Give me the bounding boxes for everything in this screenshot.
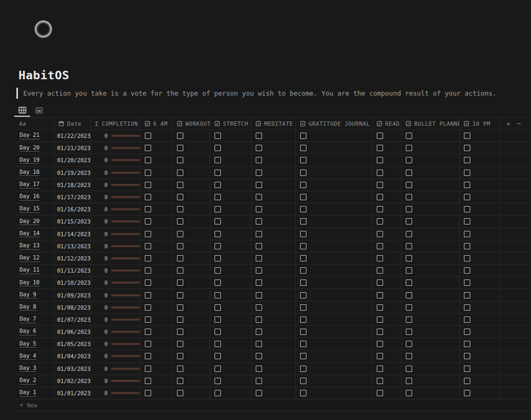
habit-checkbox[interactable] xyxy=(256,145,262,151)
habit-checkbox[interactable] xyxy=(215,182,221,188)
row-name-cell[interactable]: Day 1 xyxy=(15,387,54,399)
habit-checkbox[interactable] xyxy=(464,353,470,359)
habit-checkbox[interactable] xyxy=(177,170,183,176)
habit-checkbox[interactable] xyxy=(377,170,383,176)
row-date-cell[interactable]: 01/09/2023 xyxy=(54,289,91,301)
habit-checkbox[interactable] xyxy=(464,279,470,286)
row-date-cell[interactable]: 01/19/2023 xyxy=(54,167,91,179)
habit-checkbox[interactable] xyxy=(177,231,183,237)
habit-checkbox[interactable] xyxy=(300,366,306,372)
habit-checkbox[interactable] xyxy=(300,304,306,311)
habit-checkbox[interactable] xyxy=(215,206,221,212)
habit-checkbox[interactable] xyxy=(300,316,306,323)
habit-checkbox[interactable] xyxy=(145,231,151,237)
habit-checkbox[interactable] xyxy=(377,279,383,286)
habit-checkbox[interactable] xyxy=(145,304,151,311)
row-name-cell[interactable]: Day 20 xyxy=(15,142,54,154)
column-header-name[interactable]: Aa xyxy=(15,118,54,130)
row-name-cell[interactable]: Day 2 xyxy=(15,375,54,387)
habit-checkbox[interactable] xyxy=(377,316,383,323)
habit-checkbox[interactable] xyxy=(464,267,470,274)
row-date-cell[interactable]: 01/12/2023 xyxy=(54,253,91,265)
habit-checkbox[interactable] xyxy=(300,182,306,188)
habit-checkbox[interactable] xyxy=(464,145,470,151)
habit-checkbox[interactable] xyxy=(406,390,412,396)
row-name-cell[interactable]: Day 13 xyxy=(15,240,54,253)
habit-checkbox[interactable] xyxy=(256,366,262,372)
column-header-bullet-planner[interactable]: BULLET PLANNER xyxy=(402,118,460,130)
habit-checkbox[interactable] xyxy=(177,390,183,396)
habit-checkbox[interactable] xyxy=(300,194,306,200)
habit-checkbox[interactable] xyxy=(215,231,221,237)
row-date-cell[interactable]: 01/20/2023 xyxy=(54,154,91,166)
habit-checkbox[interactable] xyxy=(300,133,306,139)
habit-checkbox[interactable] xyxy=(300,279,306,286)
column-header-6am[interactable]: 6 AM xyxy=(141,118,173,130)
habit-checkbox[interactable] xyxy=(145,243,151,249)
habit-checkbox[interactable] xyxy=(145,292,151,298)
habit-checkbox[interactable] xyxy=(256,206,262,212)
habit-checkbox[interactable] xyxy=(377,145,383,151)
habit-checkbox[interactable] xyxy=(215,279,221,286)
habit-checkbox[interactable] xyxy=(177,267,183,274)
habit-checkbox[interactable] xyxy=(177,243,183,249)
habit-checkbox[interactable] xyxy=(377,390,383,396)
new-row-button[interactable]: + New xyxy=(15,399,531,412)
habit-checkbox[interactable] xyxy=(256,292,262,298)
row-name-cell[interactable]: Day 18 xyxy=(15,167,54,179)
habit-checkbox[interactable] xyxy=(177,279,183,286)
column-header-workout[interactable]: WORKOUT xyxy=(173,118,210,130)
habit-checkbox[interactable] xyxy=(177,133,183,139)
row-name-cell[interactable]: Day 4 xyxy=(15,350,54,362)
habit-checkbox[interactable] xyxy=(145,341,151,347)
habit-checkbox[interactable] xyxy=(464,304,470,311)
habit-checkbox[interactable] xyxy=(464,170,470,176)
habit-checkbox[interactable] xyxy=(377,341,383,347)
habit-checkbox[interactable] xyxy=(406,292,412,298)
row-date-cell[interactable]: 01/01/2023 xyxy=(54,387,91,399)
row-name-cell[interactable]: Day 11 xyxy=(15,265,54,277)
habit-checkbox[interactable] xyxy=(145,279,151,286)
habit-checkbox[interactable] xyxy=(377,255,383,262)
habit-checkbox[interactable] xyxy=(145,390,151,396)
habit-checkbox[interactable] xyxy=(177,157,183,163)
habit-checkbox[interactable] xyxy=(145,157,151,163)
habit-checkbox[interactable] xyxy=(256,170,262,176)
habit-checkbox[interactable] xyxy=(464,366,470,372)
habit-checkbox[interactable] xyxy=(406,316,412,323)
habit-checkbox[interactable] xyxy=(464,329,470,335)
habit-checkbox[interactable] xyxy=(215,390,221,396)
habit-checkbox[interactable] xyxy=(145,267,151,274)
row-name-cell[interactable]: Day 10 xyxy=(15,277,54,289)
habit-checkbox[interactable] xyxy=(377,378,383,384)
habit-checkbox[interactable] xyxy=(300,292,306,298)
habit-checkbox[interactable] xyxy=(177,366,183,372)
habit-checkbox[interactable] xyxy=(300,341,306,347)
row-name-cell[interactable]: Day 6 xyxy=(15,326,54,338)
habit-checkbox[interactable] xyxy=(145,170,151,176)
row-name-cell[interactable]: Day 3 xyxy=(15,363,54,375)
habit-checkbox[interactable] xyxy=(464,378,470,384)
row-date-cell[interactable]: 01/14/2023 xyxy=(54,228,91,240)
column-header-stretch[interactable]: STRETCH xyxy=(210,118,251,130)
habit-checkbox[interactable] xyxy=(406,194,412,200)
habit-checkbox[interactable] xyxy=(177,145,183,151)
habit-checkbox[interactable] xyxy=(256,243,262,249)
habit-checkbox[interactable] xyxy=(300,157,306,163)
habit-checkbox[interactable] xyxy=(177,378,183,384)
habit-checkbox[interactable] xyxy=(215,292,221,298)
habit-checkbox[interactable] xyxy=(406,157,412,163)
habit-checkbox[interactable] xyxy=(300,231,306,237)
habit-checkbox[interactable] xyxy=(377,366,383,372)
habit-checkbox[interactable] xyxy=(215,145,221,151)
habit-checkbox[interactable] xyxy=(177,255,183,262)
quote-text[interactable]: Every action you take is a vote for the … xyxy=(23,89,497,97)
column-header-10pm[interactable]: 10 PM xyxy=(460,118,501,130)
habit-checkbox[interactable] xyxy=(300,390,306,396)
tab-table-view[interactable] xyxy=(14,105,30,117)
habit-checkbox[interactable] xyxy=(464,255,470,262)
habit-checkbox[interactable] xyxy=(464,316,470,323)
habit-checkbox[interactable] xyxy=(377,304,383,311)
page-title[interactable]: HabitOS xyxy=(18,69,69,82)
habit-checkbox[interactable] xyxy=(406,182,412,188)
